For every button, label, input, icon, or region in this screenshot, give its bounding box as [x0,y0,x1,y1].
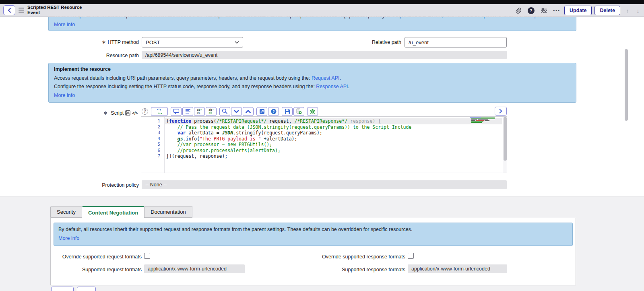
tab-bar: SecurityContent NegotiationDocumentation [50,206,192,218]
save-script-icon[interactable] [125,110,130,116]
attachment-button[interactable] [513,6,523,15]
next-record-icon[interactable]: ↓ [634,7,642,14]
script-label: ∗ Script </> [52,110,138,116]
form-context-menu-icon[interactable] [19,8,24,12]
more-icon: ••• [553,8,560,13]
override-request-formats-label: Override supported request formats [52,253,142,260]
code-line-6[interactable]: //processor.processAlerts(alertData); [166,148,502,154]
line-number: 7 [157,153,160,159]
personalize-form-button[interactable] [539,6,549,15]
formats-info-box: By default, all resources inherit their … [54,223,573,246]
relative-path-input[interactable]: /u_event [405,37,507,47]
relative-path-label: Relative path [322,39,401,46]
response-api-link[interactable]: Response API [316,84,348,89]
replace-all-button[interactable]: ab→a≡ [206,107,217,116]
header-actions: ? ••• Update Delete ↑ ↓ [513,4,644,17]
format-lines-icon [185,109,191,114]
expand-editor-button[interactable] [495,107,507,116]
update-button[interactable]: Update [564,6,592,15]
comment-icon [173,108,180,114]
chevron-left-icon [8,8,11,13]
editor-scrollbar[interactable] [503,117,507,173]
code-line-1[interactable]: (function process(/*RESTAPIRequest*/ req… [165,118,502,124]
chevron-down-icon [234,110,239,113]
paperclip-icon [515,7,521,14]
chevron-right-icon [499,109,502,114]
editor-help-button[interactable]: ? [268,107,279,116]
line-number: 1 [157,118,160,124]
code-tag-icon[interactable]: </> [132,111,138,116]
mandatory-icon: ∗ [102,39,106,45]
line-number: 5 [157,142,160,147]
request-api-link[interactable]: Request API [312,75,340,81]
more-info-link[interactable]: More info [54,22,75,27]
script-code-editor[interactable]: 1234567 (function process(/*RESTAPIReque… [141,116,507,173]
implement-box-title: Implement the resource [54,66,111,72]
resource-path-label: Resource path [52,52,139,59]
editor-save-button[interactable] [282,107,293,116]
search-icon [222,108,228,114]
back-button[interactable] [3,5,15,15]
http-method-label: ∗HTTP method [52,39,139,46]
implement-response-line: Configure the response including setting… [54,84,349,89]
http-method-select[interactable]: POST [142,37,243,47]
format-code-icon [157,109,163,114]
protection-policy-field: -- None -- [142,180,507,189]
debug-button[interactable] [307,107,318,116]
open-new-window-button[interactable] [256,107,267,116]
line-number: 4 [157,136,160,141]
mandatory-icon: ∗ [103,110,107,116]
more-info-link[interactable]: More info [54,93,75,98]
search-button[interactable] [219,107,230,116]
code-line-2[interactable]: // Pass the request data (JSON.stringify… [166,124,502,130]
syntax-check-button[interactable] [293,107,304,116]
editor-scrollbar-thumb[interactable] [504,117,507,161]
scripted-rest-resource-page: Scripted REST Resource Event ? ••• [0,0,644,291]
tab-security[interactable]: Security [50,206,82,218]
replace-button[interactable]: ab→ac [194,107,205,116]
previous-record-icon[interactable]: ↑ [623,7,632,14]
debug-icon [310,108,316,114]
override-response-formats-checkbox[interactable] [408,253,414,259]
find-next-button[interactable] [231,107,242,116]
delete-button-bottom[interactable] [77,287,96,291]
toolbar-help-button[interactable]: ? [142,108,148,115]
page-title: Scripted REST Resource Event [27,5,82,15]
svg-text:?: ? [272,109,275,114]
form-header: Scripted REST Resource Event ? ••• [0,4,644,17]
chevron-up-icon [246,110,251,113]
browser-top-strip [0,0,644,4]
code-line-4[interactable]: gs.info("The PRTG payload is " +alertDat… [166,136,502,142]
script-toolbar: ? ab→ac ab→a≡ [142,107,318,116]
relative-path-info-box: The relative path identifies the sub-pat… [48,15,576,31]
override-response-formats-label: Override supported response formats [282,253,405,260]
implement-request-line: Access request details including URI pat… [54,75,341,81]
code-line-7[interactable]: })(request, response); [166,153,502,159]
update-button-bottom[interactable] [51,287,74,291]
page-scrollbar-thumb[interactable] [625,49,628,121]
more-info-link[interactable]: More info [58,235,79,241]
supported-request-formats-label: Supported request formats [52,266,142,273]
format-lines-button[interactable] [182,107,193,116]
find-previous-button[interactable] [243,107,254,116]
line-number: 2 [157,124,160,130]
code-line-3[interactable]: var alertData = JSON.stringify(request.q… [166,130,502,136]
override-request-formats-checkbox[interactable] [144,253,150,259]
delete-button[interactable]: Delete [594,6,620,15]
syntax-check-icon [296,108,302,114]
supported-response-formats-field: application/x-www-form-urlencoded [408,264,507,273]
line-number: 6 [157,148,160,153]
comment-button[interactable] [171,107,182,116]
formats-info-text: By default, all resources inherit their … [58,227,412,232]
code-line-5[interactable]: //var processor = new PRTGUtils(); [166,142,502,148]
format-code-button[interactable] [151,107,168,116]
tab-content-negotiation[interactable]: Content Negotiation [82,206,144,218]
supported-request-formats-field: application/x-www-form-urlencoded [144,264,245,273]
editor-gutter: 1234567 [141,117,165,173]
help-filled-icon: ? [271,109,277,114]
more-options-button[interactable]: ••• [551,6,562,15]
help-button[interactable]: ? [526,6,536,15]
tab-documentation[interactable]: Documentation [144,206,192,218]
code-minimap [469,118,501,123]
line-number: 3 [157,130,160,135]
